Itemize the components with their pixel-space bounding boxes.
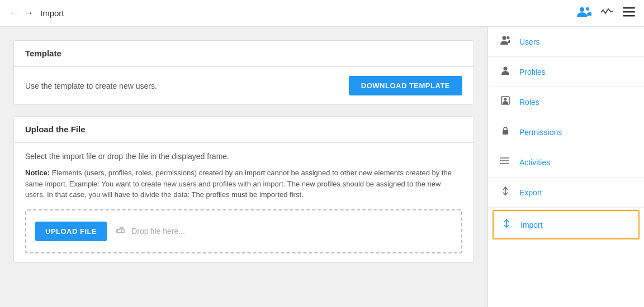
export-sidebar-icon [499,185,512,199]
template-description: Use the template to create new users. [25,81,157,90]
main-content: Template Use the template to create new … [0,27,487,307]
upload-card-header: Upload the File [14,117,473,143]
upload-dropzone[interactable]: UPLOAD FILE Drop file here... [25,209,462,253]
forward-arrow[interactable]: → [23,7,34,19]
activity-icon[interactable] [600,7,614,20]
sidebar-export-label: Export [519,188,542,197]
template-card-title: Template [25,49,61,58]
sidebar-item-users[interactable]: Users [488,27,644,57]
svg-point-0 [580,7,584,12]
back-arrow[interactable]: ← [9,7,19,19]
users-icon[interactable] [577,6,591,21]
template-card: Template Use the template to create new … [13,40,474,105]
permissions-sidebar-icon [499,125,512,139]
sidebar: Users Profiles Roles [487,27,644,307]
sidebar-profiles-label: Profiles [519,68,546,76]
svg-point-9 [504,98,507,101]
template-card-body: Use the template to create new users. DO… [14,67,473,104]
menu-icon[interactable] [623,6,635,21]
download-template-button[interactable]: DOWNLOAD TEMPLATE [349,76,462,95]
sidebar-import-label: Import [520,220,543,229]
svg-rect-3 [623,11,635,13]
sidebar-roles-label: Roles [519,98,539,107]
upload-cloud-icon [116,224,127,238]
svg-point-5 [503,36,506,40]
header-icons [577,6,635,21]
sidebar-item-permissions[interactable]: Permissions [488,117,644,147]
activities-sidebar-icon [499,155,512,169]
users-sidebar-icon [499,35,512,49]
import-sidebar-icon [500,218,513,232]
body-layout: Template Use the template to create new … [0,27,644,307]
sidebar-item-roles[interactable]: Roles [488,87,644,117]
svg-rect-10 [503,130,508,135]
sidebar-item-profiles[interactable]: Profiles [488,57,644,87]
sidebar-item-activities[interactable]: Activities [488,147,644,178]
upload-card: Upload the File Select the import file o… [13,116,474,263]
template-card-header: Template [14,41,473,67]
sidebar-permissions-label: Permissions [519,128,562,137]
sidebar-item-import[interactable]: Import [493,210,640,239]
roles-sidebar-icon [499,95,512,109]
svg-rect-2 [623,7,635,9]
svg-rect-4 [623,15,635,17]
svg-point-7 [504,67,508,71]
notice-text: Elements (users, profiles, roles, permis… [25,169,452,199]
header: ← → Import [0,0,644,27]
sidebar-activities-label: Activities [519,158,550,167]
upload-description: Select the import file or drop the file … [25,152,462,161]
drop-hint-area: Drop file here... [116,224,185,238]
profiles-sidebar-icon [499,65,512,79]
upload-file-button[interactable]: UPLOAD FILE [35,222,107,241]
upload-card-title: Upload the File [25,124,86,134]
upload-card-body: Select the import file or drop the file … [14,143,473,262]
sidebar-users-label: Users [519,37,540,46]
nav-controls: ← → Import [9,7,64,19]
svg-point-1 [586,7,589,11]
drop-hint-text: Drop file here... [131,227,185,236]
sidebar-item-export[interactable]: Export [488,178,644,208]
upload-notice: Notice: Elements (users, profiles, roles… [25,167,462,200]
svg-point-6 [507,36,510,39]
page-title: Import [40,8,64,18]
notice-label: Notice: [25,169,50,177]
